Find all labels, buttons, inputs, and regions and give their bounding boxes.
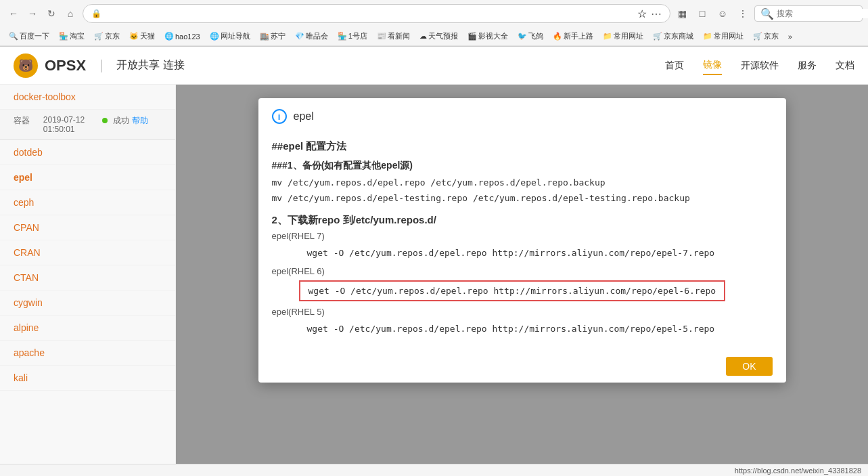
nav-docs[interactable]: 文档 [836, 57, 854, 74]
nav-service[interactable]: 服务 [798, 57, 817, 74]
modal-rhel7-cmd[interactable]: wget -O /etc/yum.repos.d/epel.repo http:… [299, 244, 773, 262]
modal-overlay: i epel ##epel 配置方法 ###1、备份(如有配置其他epel源) … [176, 85, 868, 476]
address-bar[interactable]: 🔒 https://opsx.alibaba.com/mirror ☆ ⋯ [83, 4, 670, 23]
weather-icon: ☁ [419, 32, 427, 41]
bookmark-common[interactable]: 📁 常用网址 [599, 30, 647, 43]
forward-button[interactable]: → [24, 5, 41, 22]
browser-chrome: ← → ↻ ⌂ 🔒 https://opsx.alibaba.com/mirro… [0, 0, 868, 47]
search-input[interactable] [777, 9, 868, 18]
home-button[interactable]: ⌂ [62, 5, 78, 22]
common2-icon: 📁 [703, 32, 712, 41]
search-icon: 🔍 [760, 7, 774, 20]
site-nav: 首页 镜像 开源软件 服务 文档 [665, 56, 854, 75]
bookmark-common2[interactable]: 📁 常用网址 [700, 30, 747, 43]
sidebar-item-cygwin[interactable]: cygwin [0, 290, 175, 316]
modal-section1-title: ##epel 配置方法 [272, 140, 773, 153]
bookmark-1hao[interactable]: 🏪 1号店 [334, 30, 371, 43]
col-help[interactable]: 帮助 [132, 115, 162, 134]
bookmark-feige[interactable]: 🐦 飞鸽 [514, 30, 547, 43]
sidebar-item-apache[interactable]: apache [0, 341, 175, 366]
nav-buttons: ← → ↻ ⌂ [5, 5, 78, 22]
reload-button[interactable]: ↻ [43, 5, 60, 22]
modal-step2-title: 2、下载新repo 到/etc/yum.repos.d/ [272, 214, 773, 227]
sidebar-item-cpan[interactable]: CPAN [0, 215, 175, 240]
sidebar-item-cran[interactable]: CRAN [0, 240, 175, 265]
logo-tagline: 开放共享 连接 [116, 58, 184, 72]
user-icon[interactable]: ☺ [715, 6, 730, 21]
hao123-icon: 🌐 [164, 32, 174, 41]
sidebar-item-alpine[interactable]: alpine [0, 316, 175, 341]
bookmark-video[interactable]: 🎬 影视大全 [464, 30, 511, 43]
bookmark-wangzhi[interactable]: 🌐 网址导航 [206, 30, 254, 43]
back-button[interactable]: ← [5, 5, 22, 22]
1hao-icon: 🏪 [338, 32, 347, 41]
bookmark-more[interactable]: » [785, 31, 796, 42]
modal-rhel5-label: epel(RHEL 5) [272, 307, 773, 317]
sidebar-item-ceph[interactable]: ceph [0, 190, 175, 215]
extensions-icon[interactable]: ▦ [675, 6, 689, 21]
bookmark-jd2[interactable]: 🛒 京东商城 [649, 30, 697, 43]
taobao-icon: 🏪 [59, 32, 68, 41]
jd2-icon: 🛒 [653, 32, 662, 41]
news-icon: 📰 [377, 32, 386, 41]
nav-opensource[interactable]: 开源软件 [741, 57, 779, 74]
feige-icon: 🐦 [518, 32, 527, 41]
ok-button[interactable]: OK [726, 357, 772, 376]
modal-footer: OK [258, 350, 786, 383]
modal-dialog: i epel ##epel 配置方法 ###1、备份(如有配置其他epel源) … [258, 98, 786, 383]
modal-step1-title: ###1、备份(如有配置其他epel源) [272, 160, 773, 172]
toolbar-icons: ▦ □ ☺ ⋮ [675, 6, 750, 21]
bookmark-tianmao[interactable]: 🐱 天猫 [126, 30, 158, 43]
tm-icon: 🐱 [129, 32, 139, 41]
bookmark-taobao[interactable]: 🏪 淘宝 [55, 30, 88, 43]
jd3-icon: 🛒 [753, 32, 762, 41]
bookmark-suning[interactable]: 🏬 苏宁 [256, 30, 289, 43]
sidebar-item-ctan[interactable]: CTAN [0, 265, 175, 290]
col-status: 成功 [102, 115, 132, 134]
bookmark-vip[interactable]: 💎 唯品会 [292, 30, 332, 43]
sidebar-item-epel[interactable]: epel [0, 165, 175, 190]
settings-icon[interactable]: ⋮ [735, 6, 750, 21]
sidebar-item-kali[interactable]: kali [0, 366, 175, 391]
bookmark-icon[interactable]: ☆ [637, 7, 647, 20]
sidebar-item-docker-toolbox[interactable]: docker-toolbox [0, 85, 175, 110]
bookmark-news[interactable]: 📰 看新闻 [373, 30, 413, 43]
nav-mirror[interactable]: 镜像 [703, 56, 722, 75]
site-logo: 🐻 OPSX | 开放共享 连接 [14, 53, 185, 78]
modal-info-icon: i [272, 109, 287, 124]
baiduyixia-icon: 🔍 [9, 32, 18, 41]
modal-rhel6-cmd[interactable]: wget -O /etc/yum.repos.d/epel.repo http:… [299, 280, 726, 301]
content-area: docker-toolbox 容器 2019-07-12 01:50:01 成功… [0, 85, 868, 476]
bookmark-newbie[interactable]: 🔥 新手上路 [549, 30, 597, 43]
sidebar: docker-toolbox 容器 2019-07-12 01:50:01 成功… [0, 85, 176, 476]
website: 🐻 OPSX | 开放共享 连接 首页 镜像 开源软件 服务 文档 docker… [0, 47, 868, 476]
logo-icon: 🐻 [14, 53, 38, 78]
modal-step1-cmd1: mv /etc/yum.repos.d/epel.repo /etc/yum.r… [272, 176, 773, 189]
modal-body: ##epel 配置方法 ###1、备份(如有配置其他epel源) mv /etc… [258, 129, 786, 350]
jd-icon: 🛒 [94, 32, 104, 41]
bookmark-hao123[interactable]: 🌐 hao123 [161, 30, 204, 42]
modal-step1-cmd2: mv /etc/yum.repos.d/epel-testing.repo /e… [272, 192, 773, 204]
more-icon[interactable]: ⋯ [651, 7, 662, 20]
cast-icon[interactable]: □ [695, 6, 710, 21]
col-container: 容器 [14, 115, 43, 134]
sidebar-item-dotdeb[interactable]: dotdeb [0, 140, 175, 165]
bookmarks-bar: 🔍 百度一下 🏪 淘宝 🛒 京东 🐱 天猫 🌐 hao123 🌐 网址导航 🏬 … [0, 27, 868, 46]
modal-header: i epel [258, 98, 786, 129]
vip-icon: 💎 [295, 32, 304, 41]
status-dot [102, 118, 108, 123]
logo-divider: | [99, 58, 103, 73]
bookmark-baiduyixia[interactable]: 🔍 百度一下 [5, 30, 53, 43]
common-icon: 📁 [603, 32, 612, 41]
browser-search-bar[interactable]: 🔍 [754, 5, 863, 22]
bookmark-weather[interactable]: ☁ 天气预报 [416, 30, 461, 43]
main-content: i epel ##epel 配置方法 ###1、备份(如有配置其他epel源) … [176, 85, 868, 476]
url-input[interactable]: https://opsx.alibaba.com/mirror [106, 9, 633, 19]
newbie-icon: 🔥 [553, 32, 562, 41]
nav-home[interactable]: 首页 [665, 57, 684, 74]
bookmark-jd3[interactable]: 🛒 京东 [750, 30, 782, 43]
modal-rhel5-cmd[interactable]: wget -O /etc/yum.repos.d/epel.repo http:… [299, 320, 773, 338]
bookmark-jingdong[interactable]: 🛒 京东 [91, 30, 123, 43]
browser-toolbar: ← → ↻ ⌂ 🔒 https://opsx.alibaba.com/mirro… [0, 0, 868, 27]
wangzhi-icon: 🌐 [210, 32, 219, 41]
